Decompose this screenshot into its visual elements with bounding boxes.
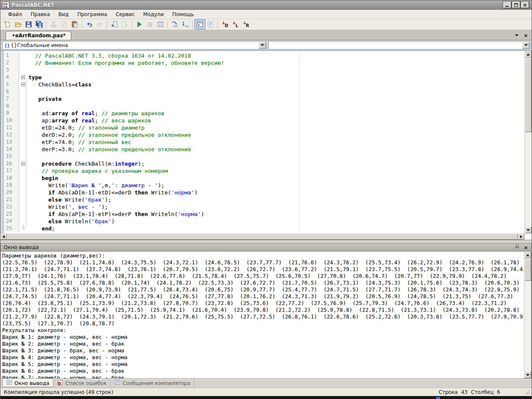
menu-item-2[interactable]: Вид xyxy=(54,10,73,19)
code-line-10[interactable]: 10 ap:array of real; // веса шариков xyxy=(4,117,524,124)
members-combo[interactable] xyxy=(268,41,530,50)
code-line-15[interactable]: 15 xyxy=(4,153,524,160)
run-icon[interactable] xyxy=(134,19,145,29)
fold-collapse-icon[interactable] xyxy=(19,160,28,167)
bottom-tab-label: Окно вывода xyxy=(14,380,49,386)
line-number: 13 xyxy=(4,139,19,146)
scroll-right-icon[interactable] xyxy=(518,234,524,240)
code-line-6[interactable]: 6 xyxy=(4,88,524,95)
code-line-13[interactable]: 13 etP:=74.0; // эталонный вес xyxy=(4,139,524,146)
code-line-9[interactable]: 9 ad:array of real; // диаметры шариков xyxy=(4,110,524,117)
code-lines[interactable]: 1 // PascalABC.NET 3.3, сборка 1634 от 1… xyxy=(4,51,524,233)
output-console[interactable]: Параметры шариков (диаметр,вес):(22.5,76… xyxy=(0,252,532,379)
bottom-tab-2[interactable]: Сообщения компилятора xyxy=(111,379,194,387)
menu-item-3[interactable]: Программа xyxy=(73,10,111,19)
module-r-icon[interactable]: R xyxy=(241,19,251,29)
bottom-tab-1[interactable]: Список ошибок xyxy=(53,379,111,387)
combo-dropdown-icon[interactable] xyxy=(259,42,266,49)
module-l-icon[interactable]: L xyxy=(230,19,241,29)
save-all-icon[interactable] xyxy=(34,19,45,29)
code-line-23[interactable]: 23 if Abs(aP[m-1]-etP)<=derP then Writel… xyxy=(4,211,524,218)
step-into-icon[interactable] xyxy=(180,19,191,29)
resize-grip[interactable] xyxy=(524,389,529,394)
line-number: 14 xyxy=(4,146,19,153)
output-header[interactable]: Окно вывода × xyxy=(0,243,532,252)
compile-icon[interactable] xyxy=(155,19,166,29)
output-close-icon[interactable]: × xyxy=(524,245,528,250)
menu-item-5[interactable]: Модули xyxy=(139,10,168,19)
close-icon[interactable]: × xyxy=(521,2,529,8)
navigate-forward-icon[interactable] xyxy=(120,19,130,29)
editor-vscrollbar[interactable] xyxy=(524,51,532,233)
output-vscroll-thumb[interactable] xyxy=(524,259,531,281)
console-toggle-icon[interactable] xyxy=(195,19,205,29)
bottom-tab-0[interactable]: Окно вывода xyxy=(2,379,53,387)
line-number: 25 xyxy=(4,225,19,232)
open-folder-icon[interactable] xyxy=(13,19,23,29)
menu-item-4[interactable]: Сервис xyxy=(111,10,139,19)
pin-icon[interactable] xyxy=(515,244,519,251)
code-line-19[interactable]: 19 Write('Шарик № ',m,': диаметр - '); xyxy=(4,182,524,189)
step-over-icon[interactable] xyxy=(170,19,180,29)
fold-collapse-icon[interactable] xyxy=(19,74,28,81)
scroll-up-icon[interactable] xyxy=(525,51,532,58)
scroll-down-icon[interactable] xyxy=(525,227,532,233)
code-line-8[interactable]: 8 xyxy=(4,103,524,110)
undo-icon[interactable] xyxy=(84,19,95,29)
splitter[interactable] xyxy=(0,240,532,243)
taskbar-indicator xyxy=(436,397,440,399)
title-bar[interactable]: ABПА PascalABC.NET × xyxy=(0,0,532,10)
code-line-1[interactable]: 1 // PascalABC.NET 3.3, сборка 1634 от 1… xyxy=(4,52,524,59)
new-file-icon[interactable] xyxy=(2,19,13,29)
code-text: derD:=2.0; // эталонное предельное откло… xyxy=(28,131,191,139)
tab-overflow-icon[interactable] xyxy=(515,34,518,38)
tab-close-icon[interactable]: × xyxy=(524,33,528,38)
navigate-back-icon[interactable] xyxy=(109,19,120,29)
code-line-17[interactable]: 17 // проверка шарика с указанным номеро… xyxy=(4,167,524,175)
stop-icon[interactable] xyxy=(145,19,155,29)
editor-hscrollbar[interactable] xyxy=(0,233,524,240)
code-text: end; xyxy=(28,225,55,232)
scroll-up-icon[interactable] xyxy=(524,252,531,258)
editor-vscroll-thumb[interactable] xyxy=(525,58,532,132)
code-line-21[interactable]: 21 else Write('брак'); xyxy=(4,196,524,203)
code-line-25[interactable]: 25 end; xyxy=(4,225,524,232)
menu-item-0[interactable]: Файл xyxy=(4,10,26,19)
paste-icon[interactable] xyxy=(70,19,80,29)
tab-earrrandom[interactable]: •eArrRandom.pas* xyxy=(6,31,71,40)
output-vscrollbar[interactable] xyxy=(524,252,531,378)
code-text: derP:=3.0; // эталонное предельное откло… xyxy=(28,146,191,153)
code-line-2[interactable]: 2 // Внимание! Если программа не работае… xyxy=(4,59,524,66)
code-line-18[interactable]: 18 begin xyxy=(4,175,524,182)
maximize-icon[interactable] xyxy=(512,2,520,8)
global-names-combo[interactable]: {} {}Глобальные имена xyxy=(2,41,267,50)
scroll-left-icon[interactable] xyxy=(0,234,7,240)
fold-gutter xyxy=(19,211,28,218)
format-code-icon[interactable] xyxy=(205,19,216,29)
code-line-11[interactable]: 11 etD:=24.0; // эталонный диаметр xyxy=(4,124,524,131)
code-line-24[interactable]: 24 else Writeln('брак') xyxy=(4,218,524,225)
redo-icon[interactable] xyxy=(95,19,105,29)
module-d-icon[interactable]: D xyxy=(220,19,230,29)
fold-collapse-icon[interactable] xyxy=(19,81,28,88)
copy-icon[interactable] xyxy=(59,19,70,29)
scroll-down-icon[interactable] xyxy=(524,371,531,378)
menu-item-6[interactable]: Помощь xyxy=(168,10,198,19)
code-line-12[interactable]: 12 derD:=2.0; // эталонное предельное от… xyxy=(4,131,524,139)
editor-hscroll-thumb[interactable] xyxy=(7,234,518,240)
cut-icon[interactable] xyxy=(48,19,59,29)
combo-dropdown-icon[interactable] xyxy=(522,42,529,49)
code-line-16[interactable]: 16 procedure CheckBall(m:integer); xyxy=(4,160,524,167)
fold-gutter xyxy=(19,110,28,117)
code-line-5[interactable]: 5 CheckBalls=class xyxy=(4,81,524,88)
code-line-4[interactable]: 4type xyxy=(4,74,524,81)
menu-item-1[interactable]: Правка xyxy=(26,10,54,19)
minimize-icon[interactable] xyxy=(503,2,511,8)
code-line-20[interactable]: 20 if Abs(aD[m-1]-etD)<=derD then Write(… xyxy=(4,189,524,196)
code-line-3[interactable]: 3 xyxy=(4,66,524,74)
save-icon[interactable] xyxy=(23,19,34,29)
code-line-14[interactable]: 14 derP:=3.0; // эталонное предельное от… xyxy=(4,146,524,153)
code-editor[interactable]: 1 // PascalABC.NET 3.3, сборка 1634 от 1… xyxy=(0,50,532,240)
code-line-22[interactable]: 22 Write(', вес - '); xyxy=(4,203,524,211)
code-line-7[interactable]: 7 private xyxy=(4,95,524,103)
